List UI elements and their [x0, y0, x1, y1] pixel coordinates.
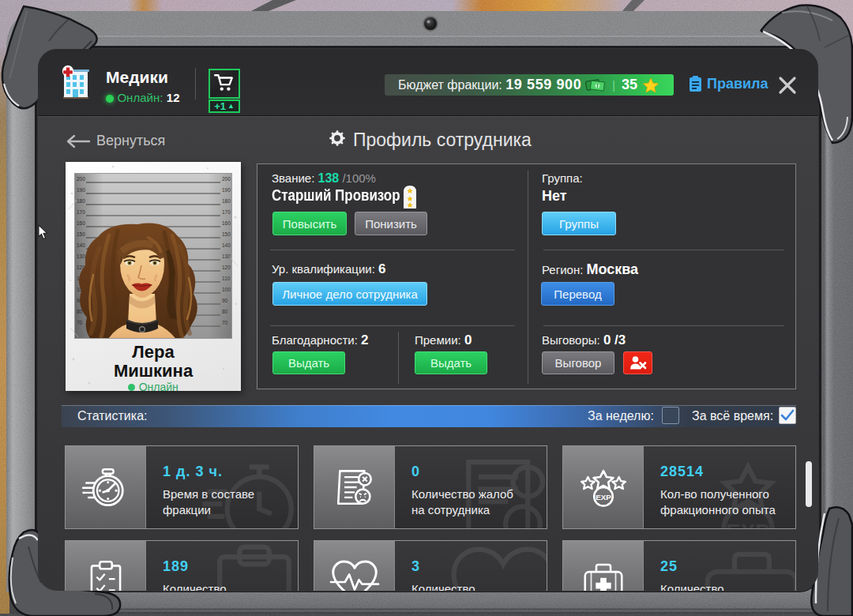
svg-text:EXP: EXP — [596, 493, 611, 501]
svg-text:EXP: EXP — [726, 520, 769, 529]
